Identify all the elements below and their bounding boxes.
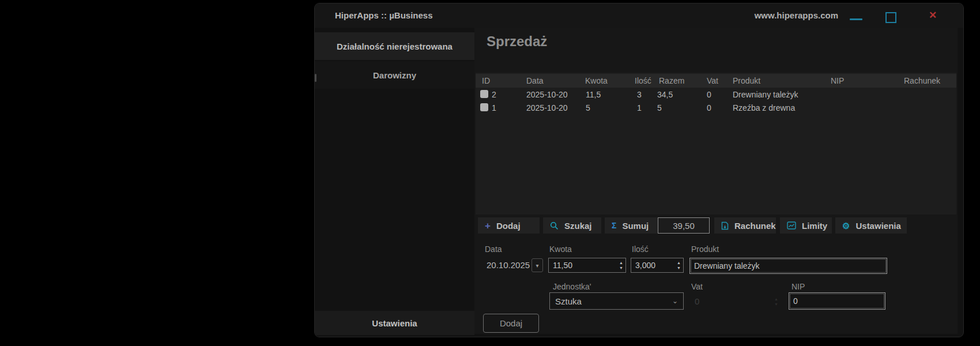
date-value[interactable]: 20.10.2025 — [487, 260, 530, 270]
cell-data: 2025-10-20 — [526, 90, 568, 99]
column-header-rachunek[interactable]: Rachunek — [904, 76, 940, 85]
cell-data: 2025-10-20 — [526, 103, 568, 112]
form-add-button[interactable]: Dodaj — [483, 314, 539, 333]
vat-label: Vat — [691, 282, 703, 291]
jednostka-label: Jednostka' — [553, 282, 591, 291]
cell-ilosc: 3 — [637, 90, 642, 99]
search-icon — [550, 221, 559, 230]
app-title: HiperApps :: µBusiness — [335, 10, 433, 20]
ilosc-spinbox[interactable]: 3,000 ▲▼ — [631, 258, 684, 273]
produkt-label: Produkt — [691, 245, 719, 254]
cell-id: 2 — [492, 90, 496, 99]
row-checkbox[interactable] — [480, 103, 488, 111]
page-title: Sprzedaż — [487, 33, 547, 50]
nip-label: NIP — [791, 282, 805, 291]
column-header-vat[interactable]: Vat — [707, 76, 718, 85]
sidebar-item-dzialalnosc-nierejestrowana[interactable]: Działalność nierejestrowana — [315, 32, 474, 60]
sidebar-item-label: Ustawienia — [372, 318, 417, 328]
column-header-kwota[interactable]: Kwota — [585, 76, 608, 85]
maximize-icon[interactable] — [885, 12, 896, 23]
close-icon[interactable]: ✕ — [929, 9, 937, 21]
table-header-row: ID Data Kwota Ilość Razem Vat Produkt NI… — [476, 74, 956, 88]
data-label: Data — [485, 245, 502, 254]
sum-value-box: 39,50 — [658, 217, 710, 234]
date-dropdown-icon[interactable]: ▾ — [532, 258, 543, 272]
column-header-razem[interactable]: Razem — [659, 76, 684, 85]
plus-icon: + — [485, 221, 491, 231]
jednostka-select[interactable]: Sztuka ⌄ — [549, 292, 684, 310]
sidebar-item-label: Działalność nierejestrowana — [337, 42, 453, 51]
ilosc-label: Ilość — [632, 245, 649, 254]
disabled-spinner-icon: ▲▼ — [774, 296, 778, 307]
sum-button[interactable]: Σ Sumuj — [605, 217, 661, 234]
chart-icon — [787, 221, 796, 230]
app-window: HiperApps :: µBusiness www.hiperapps.com… — [314, 3, 964, 337]
receipt-icon — [721, 221, 729, 230]
main-panel: Sprzedaż ID Data Kwota Ilość Razem Vat P… — [474, 28, 958, 334]
receipt-button[interactable]: Rachunek — [714, 217, 776, 234]
website-link[interactable]: www.hiperapps.com — [755, 10, 838, 20]
cell-produkt: Drewniany tależyk — [733, 90, 798, 99]
settings-button[interactable]: ⚙ Ustawienia — [835, 217, 907, 234]
cell-kwota: 5 — [586, 103, 590, 112]
vat-value-disabled: 0 — [695, 296, 699, 306]
sidebar-item-darowizny[interactable]: Darowizny — [315, 61, 474, 89]
column-header-ilosc[interactable]: Ilość — [635, 76, 651, 85]
gear-icon: ⚙ — [842, 221, 850, 230]
scroll-indicator — [315, 74, 316, 82]
column-header-produkt[interactable]: Produkt — [733, 76, 760, 85]
cell-razem: 34,5 — [657, 90, 673, 99]
spinner-arrows-icon[interactable]: ▲▼ — [677, 260, 681, 270]
chevron-down-icon: ⌄ — [672, 297, 678, 305]
sidebar: Działalność nierejestrowana Darowizny Us… — [315, 28, 474, 337]
sigma-icon: Σ — [612, 221, 616, 230]
table-row[interactable]: 1 2025-10-20 5 1 5 0 Rzeźba z drewna — [476, 101, 956, 115]
minimize-icon[interactable] — [850, 18, 862, 20]
title-bar: HiperApps :: µBusiness www.hiperapps.com… — [315, 3, 963, 28]
cell-kwota: 11,5 — [586, 90, 601, 99]
sales-table: ID Data Kwota Ilość Razem Vat Produkt NI… — [476, 73, 956, 215]
row-checkbox[interactable] — [480, 90, 488, 98]
cell-vat: 0 — [707, 90, 711, 99]
cell-id: 1 — [492, 103, 496, 112]
column-header-id[interactable]: ID — [482, 76, 490, 85]
nip-input[interactable]: 0 — [789, 292, 885, 310]
column-header-nip[interactable]: NIP — [831, 76, 844, 85]
kwota-label: Kwota — [549, 245, 572, 254]
cell-ilosc: 1 — [637, 103, 642, 112]
sum-value: 39,50 — [673, 221, 695, 231]
produkt-input[interactable]: Drewniany tależyk — [689, 258, 887, 274]
kwota-spinbox[interactable]: 11,50 ▲▼ — [548, 258, 626, 273]
limits-button[interactable]: Limity — [780, 217, 832, 234]
cell-vat: 0 — [707, 103, 711, 112]
spinner-arrows-icon[interactable]: ▲▼ — [619, 260, 623, 270]
column-header-data[interactable]: Data — [526, 76, 544, 85]
table-row[interactable]: 2 2025-10-20 11,5 3 34,5 0 Drewniany tal… — [476, 88, 956, 101]
cell-produkt: Rzeźba z drewna — [733, 103, 795, 112]
sidebar-item-label: Darowizny — [373, 70, 416, 80]
search-button[interactable]: Szukaj — [543, 217, 601, 234]
cell-razem: 5 — [657, 103, 662, 112]
toolbar: + Dodaj Szukaj Σ Sumuj 39,50 Rachunek — [474, 217, 958, 234]
add-button[interactable]: + Dodaj — [478, 217, 540, 234]
sidebar-item-ustawienia[interactable]: Ustawienia — [315, 311, 474, 335]
